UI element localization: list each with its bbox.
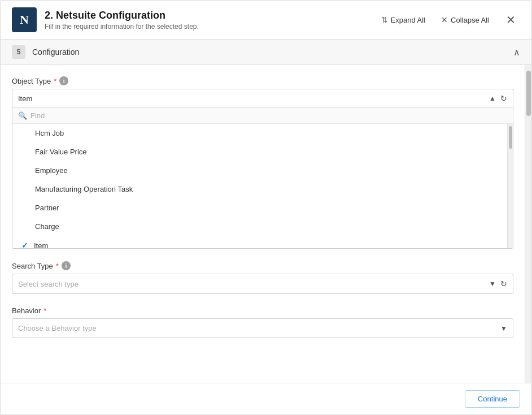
search-type-label: Search Type * i: [12, 261, 513, 270]
search-type-dropdown[interactable]: Select search type ▼ ↻: [12, 274, 513, 294]
object-type-field: Object Type * i Item ▲ ↻ 🔍: [12, 76, 513, 249]
dropdown-list-inner: Hcm JobFair Value PriceEmployeeManufactu…: [12, 124, 513, 248]
search-type-refresh-icon[interactable]: ↻: [500, 279, 507, 288]
dropdown-refresh-icon[interactable]: ↻: [500, 94, 507, 103]
modal: N 2. Netsuite Configuration Fill in the …: [0, 0, 532, 415]
required-star-3: *: [43, 306, 46, 315]
modal-subtitle: Fill in the required information for the…: [45, 23, 378, 31]
required-star-2: *: [56, 262, 59, 270]
behavior-arrow-icon: ▼: [500, 325, 507, 332]
list-scrollbar: [507, 124, 513, 248]
behavior-placeholder: Choose a Behavior type: [18, 324, 97, 332]
object-type-value: Item: [18, 94, 32, 103]
list-item[interactable]: Manufacturing Operation Task: [12, 180, 507, 198]
list-item[interactable]: ✓Item: [12, 236, 507, 248]
modal-footer: Continue: [1, 383, 531, 414]
expand-all-icon: ⇅: [381, 15, 388, 24]
object-type-info-icon[interactable]: i: [59, 76, 68, 85]
dropdown-search-input[interactable]: [30, 111, 507, 120]
section-number: 5: [12, 45, 25, 59]
modal-title: 2. Netsuite Configuration: [45, 10, 378, 21]
section-header: 5 Configuration ∧: [1, 40, 531, 65]
list-item[interactable]: Partner: [12, 198, 507, 217]
search-type-info-icon[interactable]: i: [62, 261, 71, 270]
continue-button[interactable]: Continue: [465, 390, 520, 408]
outer-scroll-thumb: [526, 71, 531, 116]
list-item[interactable]: Hcm Job: [12, 124, 507, 142]
required-star: *: [54, 77, 56, 85]
search-type-placeholder: Select search type: [18, 280, 79, 288]
behavior-label: Behavior *: [12, 306, 513, 315]
list-item[interactable]: Employee: [12, 161, 507, 180]
dropdown-icons: ▲ ↻: [489, 94, 507, 103]
behavior-dropdown[interactable]: Choose a Behavior type ▼: [12, 318, 513, 338]
modal-body: Object Type * i Item ▲ ↻ 🔍: [1, 65, 531, 383]
collapse-all-label: Collapse All: [451, 16, 489, 24]
collapse-all-button[interactable]: ✕ Collapse All: [438, 13, 492, 27]
behavior-field: Behavior * Choose a Behavior type ▼: [12, 306, 513, 338]
list-item[interactable]: Charge: [12, 217, 507, 236]
search-type-icons: ▼ ↻: [489, 279, 507, 288]
logo: N: [12, 7, 37, 32]
section-title: Configuration: [32, 47, 79, 57]
check-icon: ✓: [21, 241, 28, 248]
object-type-dropdown[interactable]: Item ▲ ↻ 🔍 Hcm JobFair Value Price: [12, 89, 513, 249]
object-type-selected[interactable]: Item ▲ ↻: [12, 89, 513, 108]
search-type-field: Search Type * i Select search type ▼ ↻: [12, 261, 513, 294]
section-left: 5 Configuration: [12, 45, 79, 59]
content-area: Object Type * i Item ▲ ↻ 🔍: [1, 65, 525, 383]
outer-scrollbar: [525, 65, 531, 383]
search-type-arrow-icon: ▼: [489, 280, 496, 288]
dropdown-search-row: 🔍: [12, 108, 513, 124]
object-type-label: Object Type * i: [12, 76, 513, 85]
collapse-all-icon: ✕: [441, 15, 448, 24]
section-collapse-icon[interactable]: ∧: [513, 47, 520, 58]
list-scroll-thumb: [509, 126, 512, 149]
list-item[interactable]: Fair Value Price: [12, 142, 507, 161]
modal-header: N 2. Netsuite Configuration Fill in the …: [1, 1, 531, 40]
dropdown-arrow-up-icon: ▲: [489, 94, 496, 102]
expand-all-label: Expand All: [391, 16, 425, 24]
header-actions: ⇅ Expand All ✕ Collapse All ✕: [378, 11, 520, 29]
search-icon: 🔍: [18, 111, 27, 120]
close-button[interactable]: ✕: [502, 11, 520, 29]
dropdown-list: Hcm JobFair Value PriceEmployeeManufactu…: [12, 124, 513, 248]
title-group: 2. Netsuite Configuration Fill in the re…: [45, 10, 378, 31]
dropdown-items: Hcm JobFair Value PriceEmployeeManufactu…: [12, 124, 507, 248]
expand-all-button[interactable]: ⇅ Expand All: [378, 13, 429, 27]
